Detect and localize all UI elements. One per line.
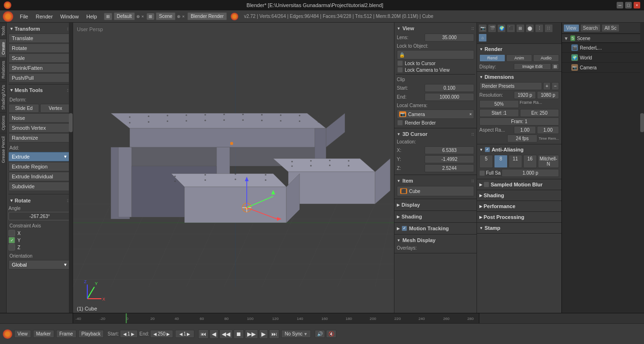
res-x-value[interactable]: 1920 p bbox=[514, 91, 536, 99]
render-engine-selector[interactable]: Blender Render bbox=[187, 12, 227, 20]
rend-tab[interactable]: Rend bbox=[479, 54, 505, 62]
timeline-track[interactable]: -40 -20 0 20 40 60 80 100 120 140 160 18… bbox=[73, 313, 479, 323]
menu-window[interactable]: Window bbox=[57, 12, 83, 21]
audio-tab[interactable]: Audio bbox=[533, 54, 559, 62]
clip-end-value[interactable]: 1000.000 bbox=[425, 93, 474, 101]
menu-file[interactable]: File bbox=[16, 12, 32, 21]
item-header[interactable]: ▼ Item :: bbox=[396, 176, 475, 185]
res-pct[interactable]: 50% bbox=[479, 100, 519, 108]
aspect-y[interactable]: 1.00 bbox=[537, 126, 559, 134]
sampled-motion-header[interactable]: ▶ Sampled Motion Blur bbox=[478, 180, 560, 189]
side-tab-create[interactable]: Create bbox=[0, 39, 6, 58]
performance-header[interactable]: ▶ Performance bbox=[478, 202, 560, 210]
pb-next-arrow[interactable]: ▶ bbox=[131, 332, 134, 336]
props-icon-material[interactable]: ⬤ bbox=[526, 24, 534, 33]
menu-help[interactable]: Help bbox=[83, 12, 101, 21]
pb-playback-btn[interactable]: Playback bbox=[78, 330, 104, 338]
render-props-header[interactable]: ▼ Render bbox=[478, 45, 560, 53]
dimensions-header[interactable]: ▼ Dimensions bbox=[478, 73, 560, 81]
pb-start-field[interactable]: ◀ 1 ▶ bbox=[120, 330, 138, 338]
pb-frame-btn[interactable]: Frame bbox=[56, 330, 76, 338]
shrink-fatten-btn[interactable]: Shrink/Fatten bbox=[8, 63, 71, 73]
motion-tracking-header[interactable]: ▶ ✓ Motion Tracking bbox=[396, 224, 475, 233]
lock-to-cursor-row[interactable]: Lock to Cursor bbox=[397, 60, 474, 66]
cursor-y-value[interactable]: -1.4992 bbox=[425, 155, 474, 163]
full-sample-check[interactable] bbox=[479, 170, 485, 176]
display-expand-icon[interactable]: ⊞ bbox=[552, 63, 559, 70]
item-cube-field[interactable]: ⬛ Cube bbox=[397, 186, 474, 196]
props-icon-particles[interactable]: ∷ bbox=[544, 24, 553, 33]
cursor-x-value[interactable]: 6.5383 bbox=[425, 146, 474, 154]
props-icon-render[interactable]: 🎬 bbox=[488, 24, 496, 33]
left-panel-scrollbar[interactable] bbox=[69, 23, 73, 325]
side-tab-shading[interactable]: Shading/UVs bbox=[0, 82, 6, 113]
minimize-button[interactable]: ─ bbox=[617, 2, 623, 8]
lock-object-field[interactable]: 🔒 bbox=[397, 50, 474, 59]
props-icon-texture[interactable]: ⋮ bbox=[535, 24, 544, 33]
left-panel-scrollbar-thumb[interactable] bbox=[69, 113, 73, 132]
aa-val-5[interactable]: 5 bbox=[479, 155, 493, 168]
post-processing-header[interactable]: ▶ Post Processing bbox=[478, 213, 560, 221]
skip-end-btn[interactable]: ⏭ bbox=[269, 329, 279, 339]
scene-arrows[interactable]: ⊕ × bbox=[177, 14, 184, 19]
cursor-z-value[interactable]: 2.5244 bbox=[425, 164, 474, 172]
scene-item[interactable]: ▼ S Scene bbox=[564, 35, 642, 41]
axis-x-check[interactable]: X bbox=[8, 230, 71, 236]
smooth-vertex-btn[interactable]: Smooth Vertex bbox=[8, 123, 71, 133]
rotate-panel-header[interactable]: ▼ Rotate :: bbox=[8, 196, 71, 205]
render-shading-header[interactable]: ▶ Shading bbox=[478, 191, 560, 200]
stop-btn[interactable]: ⏹ bbox=[234, 329, 244, 339]
shading-header[interactable]: ▶ Shading bbox=[396, 212, 475, 221]
render-border-row[interactable]: Render Border bbox=[397, 120, 474, 126]
view-tab[interactable]: View bbox=[563, 24, 579, 32]
push-pull-btn[interactable]: Push/Pull bbox=[8, 73, 71, 83]
render-presets-value[interactable]: Render Presets bbox=[479, 82, 542, 90]
vertex-btn[interactable]: Vertex bbox=[40, 104, 71, 113]
view-mode-toggle[interactable]: ⊞ bbox=[104, 13, 112, 20]
end-frame-value[interactable]: En: 250 bbox=[520, 109, 560, 117]
aa-filter-value[interactable]: Mitchell-N bbox=[538, 155, 559, 168]
pb-end-next[interactable]: ▶ bbox=[167, 332, 170, 336]
next-frame-btn[interactable]: ▶ bbox=[259, 329, 268, 339]
pb-prev-arrow[interactable]: ◀ bbox=[123, 332, 126, 336]
menu-render[interactable]: Render bbox=[32, 12, 57, 21]
play-reverse-btn[interactable]: ◀◀ bbox=[219, 329, 233, 339]
anim-tab[interactable]: Anim bbox=[506, 54, 532, 62]
workspace-arrows[interactable]: ⊕ × bbox=[136, 14, 144, 19]
lens-value[interactable]: 35.000 bbox=[425, 34, 474, 42]
maximize-button[interactable]: □ bbox=[625, 2, 632, 8]
tree-render-item[interactable]: 🎬 RenderL... bbox=[562, 43, 644, 53]
prev-frame-btn[interactable]: ◀ bbox=[209, 329, 218, 339]
side-tab-relations[interactable]: Relations bbox=[0, 58, 6, 82]
side-tab-options[interactable]: Options bbox=[0, 112, 6, 133]
noise-btn[interactable]: Noise bbox=[8, 113, 71, 123]
audio-btn[interactable]: 🔊 bbox=[315, 330, 325, 338]
start-frame-value[interactable]: Start :1 bbox=[479, 109, 519, 117]
scene-selector[interactable]: Scene bbox=[156, 12, 176, 20]
tree-world-item[interactable]: 🌍 World bbox=[562, 53, 644, 63]
render-presets-remove[interactable]: − bbox=[552, 82, 559, 90]
lock-to-cursor-check[interactable] bbox=[397, 60, 403, 66]
aspect-x[interactable]: 1.00 bbox=[514, 126, 536, 134]
mute-btn[interactable]: 🔇 bbox=[326, 330, 336, 338]
props-icon-object[interactable]: ⬛ bbox=[507, 24, 515, 33]
camera-field[interactable]: 📷 Camera × bbox=[397, 109, 474, 119]
cf-next[interactable]: ▶ bbox=[187, 332, 190, 336]
side-tab-grease[interactable]: Grease Pencil bbox=[0, 133, 6, 166]
pb-end-field[interactable]: ◀ 250 ▶ bbox=[150, 330, 173, 338]
motion-tracking-check[interactable]: ✓ bbox=[401, 226, 407, 231]
view-header[interactable]: ▼ View :: bbox=[396, 24, 475, 33]
current-frame-field[interactable]: ◀ 1 ▶ bbox=[175, 330, 195, 338]
lock-camera-row[interactable]: Lock Camera to View bbox=[397, 67, 474, 73]
clip-start-value[interactable]: 0.100 bbox=[425, 84, 474, 92]
translate-btn[interactable]: Translate bbox=[8, 34, 71, 43]
anti-aliasing-header[interactable]: ▼ ✓ Anti-Aliasing bbox=[478, 145, 560, 154]
pb-end-prev[interactable]: ◀ bbox=[153, 332, 157, 336]
rotate-btn[interactable]: Rotate bbox=[8, 43, 71, 53]
render-border-check[interactable] bbox=[397, 120, 403, 126]
pb-view-btn[interactable]: View bbox=[14, 330, 31, 338]
viewport[interactable]: User Persp bbox=[73, 23, 394, 325]
pb-marker-btn[interactable]: Marker bbox=[33, 330, 54, 338]
aa-val-8[interactable]: 8 bbox=[494, 155, 508, 168]
sampled-check[interactable] bbox=[484, 182, 489, 187]
